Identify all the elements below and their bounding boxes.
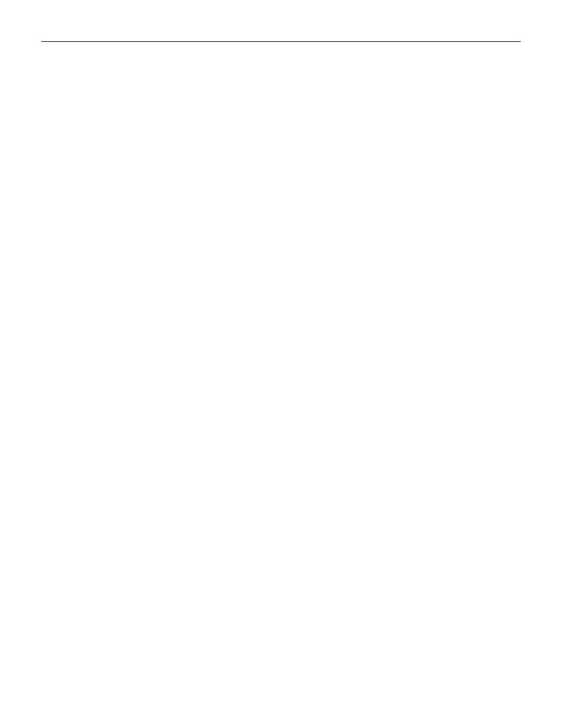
top-rule <box>41 41 521 42</box>
